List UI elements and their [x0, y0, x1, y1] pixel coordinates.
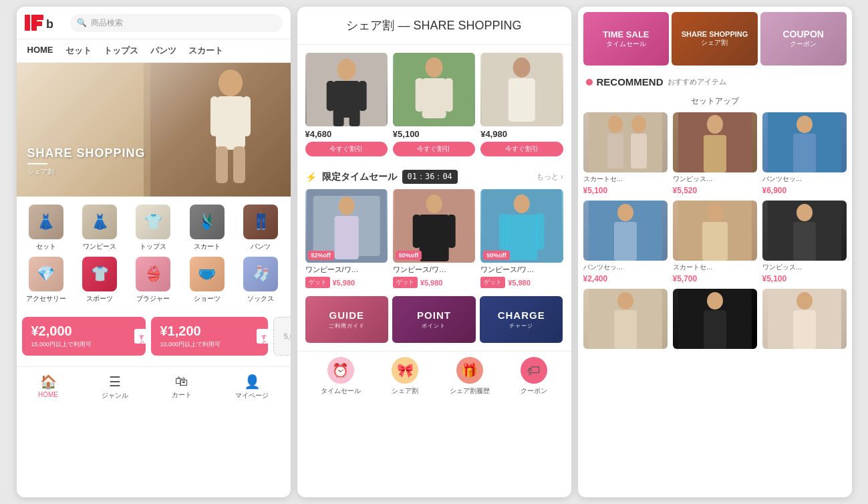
nav-bottom-cart[interactable]: 🛍 カート [172, 374, 192, 400]
svg-rect-68 [793, 310, 816, 349]
share-history-icon-item[interactable]: 🎁 シェア割履歴 [450, 357, 490, 396]
cat-pants[interactable]: 👖 パンツ [237, 205, 285, 251]
rec-prod-6[interactable]: ワンピッス… ¥5,100 [762, 201, 847, 283]
discount-button-3[interactable]: 今すぐ割引 [480, 142, 563, 156]
flash-product-image: 50%off [393, 189, 475, 263]
bottom-icons: ⏰ タイムセール 🎀 シェア割 🎁 シェア割履歴 🏷 クーポン [297, 351, 571, 401]
cat-set[interactable]: 👗 セット [22, 205, 70, 251]
svg-rect-13 [333, 81, 359, 118]
cat-shorts[interactable]: 🩲 ショーツ [183, 257, 231, 303]
flash-product-image: 52%off [305, 189, 388, 263]
svg-rect-40 [589, 112, 662, 172]
charge-banner[interactable]: CHARGE チャージ [480, 296, 563, 343]
svg-rect-7 [210, 96, 219, 136]
get-btn-2[interactable]: ゲット [393, 277, 418, 288]
discount-button-2[interactable]: 今すぐ割引 [393, 142, 475, 156]
nav-home[interactable]: HOME [27, 45, 53, 57]
rec-prod-8[interactable] [673, 289, 757, 353]
get-btn-3[interactable]: ゲット [480, 277, 505, 288]
cat-bra[interactable]: 👙 ブラジャー [129, 257, 177, 303]
svg-rect-65 [704, 310, 726, 349]
product-image [480, 53, 563, 126]
shareshopping-banner[interactable]: SHARE SHOPPING シェア割 [672, 12, 758, 66]
coupon-icon: 🏷 [521, 357, 547, 384]
svg-point-5 [219, 70, 243, 96]
coupon-5000[interactable]: 5,000 [273, 317, 291, 356]
cat-accessory[interactable]: 💎 アクセサリー [22, 257, 70, 303]
rec-prod-3[interactable]: パンツセッ… ¥6,900 [762, 112, 847, 195]
rec-prod-1[interactable]: スカートセ… ¥5,100 [583, 112, 668, 195]
svg-rect-59 [793, 222, 816, 261]
search-bar[interactable]: 🔍 商品検索 [70, 14, 283, 32]
panel2-title: シェア割 — SHARE SHOPPING [297, 7, 571, 45]
setup-label: セットアップ [578, 93, 852, 112]
coupon-2000[interactable]: ¥2,000 15,000円以上で利用可 すぐ取得 [22, 317, 146, 356]
main-nav: HOME セット トップス パンツ スカート [17, 39, 291, 63]
flash-prod-3[interactable]: 50%off ワンピース/ワ… ゲット ¥5,980 [480, 189, 563, 288]
flash-more-btn[interactable]: もっと › [537, 172, 563, 182]
flash-prod-2[interactable]: 50%off ワンピース/ワ… ゲット ¥5,980 [393, 189, 475, 288]
rec-prod-7[interactable] [583, 289, 668, 353]
svg-point-52 [617, 204, 633, 221]
share-prod-2[interactable]: ¥5,100 今すぐ割引 [393, 53, 475, 156]
coupon-icon-item[interactable]: 🏷 クーポン [521, 357, 547, 396]
flash-sale-header: ⚡ 限定タイムセール 01：36：04 もっと › [297, 164, 571, 189]
svg-rect-44 [631, 134, 647, 168]
nav-bottom-mypage[interactable]: 👤 マイページ [235, 374, 269, 400]
svg-rect-50 [793, 134, 816, 172]
svg-rect-6 [216, 96, 245, 150]
svg-point-61 [617, 292, 633, 309]
discount-button-1[interactable]: 今すぐ割引 [305, 142, 388, 156]
hero-banner: SHARE SHOPPING シェア割 [17, 63, 291, 197]
panel-2: シェア割 — SHARE SHOPPING ¥4,680 今すぐ割引 [297, 7, 571, 497]
rec-prod-9[interactable] [762, 289, 847, 353]
timesale-banner[interactable]: TIME SALE タイムセール [583, 12, 670, 66]
rec-prod-image [583, 289, 668, 349]
svg-rect-16 [333, 113, 343, 126]
svg-rect-0 [25, 15, 30, 31]
svg-rect-21 [415, 78, 423, 112]
cat-tops[interactable]: 👕 トップス [129, 205, 177, 251]
nav-skirt[interactable]: スカート [188, 45, 223, 57]
nav-tops[interactable]: トップス [104, 45, 138, 57]
panel-3: TIME SALE タイムセール SHARE SHOPPING シェア割 COU… [578, 7, 852, 497]
coupon-1200[interactable]: ¥1,200 10,000円以上で利用可 すぐ取得 [151, 317, 268, 356]
service-banners: GUIDE ご利用ガイド POINT ポイント CHARGE チャージ [297, 296, 571, 351]
svg-rect-62 [614, 310, 637, 349]
cat-socks[interactable]: 🧦 ソックス [237, 257, 285, 303]
flash-prod-1[interactable]: 52%off ワンピース/ワ… ゲット ¥5,980 [305, 189, 388, 288]
product-image [305, 53, 388, 126]
svg-rect-9 [216, 146, 228, 183]
coupon-banner[interactable]: COUPON クーポン [760, 12, 847, 66]
rec-prod-image [583, 201, 668, 261]
nav-set[interactable]: セット [65, 45, 92, 57]
share-icon-item[interactable]: 🎀 シェア割 [392, 357, 418, 396]
svg-point-28 [338, 197, 354, 215]
share-prod-1[interactable]: ¥4,680 今すぐ割引 [305, 53, 388, 156]
get-btn-1[interactable]: ゲット [305, 277, 330, 288]
bottom-navigation: 🏠 HOME ☰ ジャンル 🛍 カート 👤 マイページ [17, 366, 291, 406]
nav-pants[interactable]: パンツ [150, 45, 176, 57]
timesale-icon-item[interactable]: ⏰ タイムセール [321, 357, 361, 396]
cat-sports[interactable]: 👕 スポーツ [76, 257, 124, 303]
rec-prod-image [673, 289, 757, 349]
nav-bottom-home[interactable]: 🏠 HOME [38, 374, 58, 400]
svg-text:b: b [46, 17, 53, 31]
cat-skirt[interactable]: 🩱 スカート [183, 205, 231, 251]
search-placeholder: 商品検索 [91, 17, 123, 29]
share-prod-3[interactable]: ¥4,980 今すぐ割引 [480, 53, 563, 156]
rec-prod-image [762, 112, 847, 172]
svg-point-24 [513, 57, 531, 78]
rec-prod-4[interactable]: パンツセッ… ¥2,400 [583, 201, 668, 283]
nav-bottom-genre[interactable]: ☰ ジャンル [102, 374, 128, 400]
rec-prod-5[interactable]: スカートセ… ¥5,700 [673, 201, 757, 283]
flash-product-image: 50%off [480, 189, 563, 263]
guide-banner[interactable]: GUIDE ご利用ガイド [305, 296, 389, 343]
logo: b [25, 12, 65, 33]
svg-point-19 [425, 57, 442, 78]
category-grid: 👗 セット 👗 ワンピース 👕 トップス 🩱 スカート 👖 パンツ 💎 アクセサ… [17, 197, 291, 311]
rec-prod-2[interactable]: ワンピッス… ¥5,520 [673, 112, 757, 195]
hero-text: SHARE SHOPPING シェア割 [27, 146, 146, 176]
cat-onepiece[interactable]: 👗 ワンピース [76, 205, 124, 251]
point-banner[interactable]: POINT ポイント [392, 296, 476, 343]
